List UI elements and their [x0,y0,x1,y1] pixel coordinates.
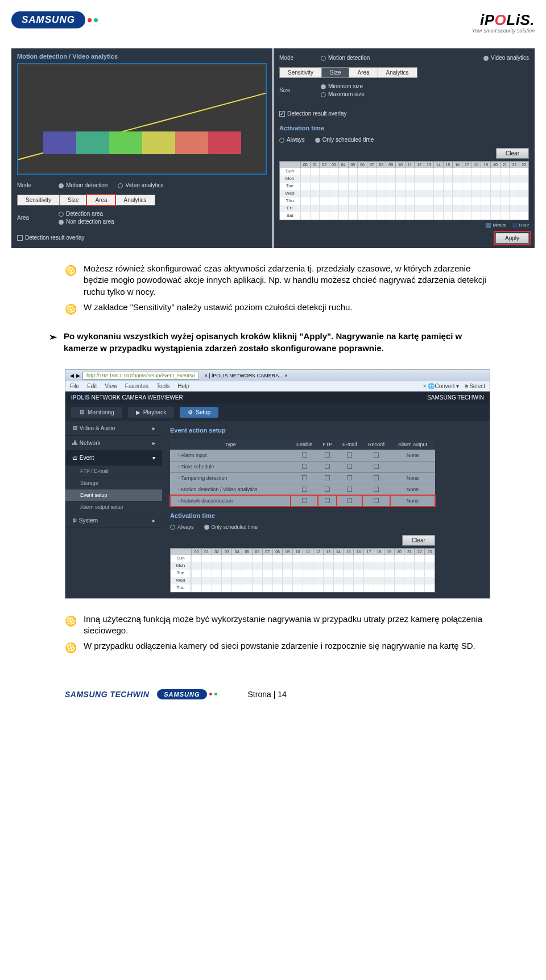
forward-icon[interactable]: ▶ [76,373,80,378]
tab-analytics[interactable]: Analytics [115,195,155,205]
radio-detection-area[interactable]: Detection area [59,211,114,217]
event-table: TypeEnableFTPE-mailRecordAlarm output › … [170,439,435,507]
browser-tab-title[interactable]: iPOLIS NETWORK CAMERA... [212,373,283,378]
checkbox-overlay[interactable]: Detection result overlay [17,234,267,241]
select-button[interactable]: Select [469,383,485,389]
page-footer: SAMSUNG TECHWIN SAMSUNG Strona | 14 [11,689,535,699]
clear-button[interactable]: Clear [402,535,435,546]
sidebar-item-video[interactable]: 🖥 Video & Audio▸ [65,421,162,436]
link-icon: ♋ [65,303,77,316]
menu-edit[interactable]: Edit [87,383,97,389]
tab-analytics[interactable]: Analytics [378,67,417,78]
menu-favorites[interactable]: Favorites [125,383,148,389]
schedule-grid[interactable]: 0001020304050607080910111213141516171819… [170,548,435,592]
menu-file[interactable]: File [70,383,79,389]
legend-hour-icon [512,223,518,228]
nav-playback[interactable]: ▶Playback [128,407,175,418]
url-field[interactable]: http://192.168.1.107/home/setup/event_ev… [82,372,199,380]
sidebar-item-network[interactable]: 🖧 Network▸ [65,436,162,451]
nav-monitoring[interactable]: 🖥Monitoring [71,407,122,418]
play-icon: ▶ [136,409,140,415]
arrow-block: ➢ Po wykonaniu wszystkich wyżej opisanyc… [49,331,490,354]
radio-always[interactable]: Always [279,137,305,143]
panel-motion-detection: Motion detection / Video analytics Mode … [11,48,272,248]
ipolis-logo: iPOLiS. Your smart security solution [471,11,535,34]
radio-scheduled[interactable]: Only scheduled time [204,524,258,530]
diag-line-icon [17,84,267,168]
ipolis-mid: O [495,11,507,28]
mode-label: Mode [17,182,48,188]
checkbox-overlay[interactable]: Detection result overlay [279,110,529,117]
link-icon: ♋ [65,641,77,654]
nav-setup[interactable]: ⚙Setup [180,407,218,418]
app-title-prefix: iPOLIS [71,394,90,401]
led-red-icon [209,693,212,695]
radio-motion-detection[interactable]: Motion detection [59,182,107,188]
page-number: Strona | 14 [248,690,287,699]
radio-video-analytics[interactable]: Video analytics [118,182,163,188]
sidebar-item-system[interactable]: ⚙ System▸ [65,513,162,528]
led-green-icon [214,693,217,695]
back-icon[interactable]: ◀ [70,373,74,378]
radio-video-analytics[interactable]: Video analytics [483,55,529,61]
body-text-2: ♋ Inną użyteczną funkcją może być wykorz… [11,613,535,655]
ipolis-suffix: LiS. [506,11,535,28]
link-icon: ♋ [65,615,77,637]
size-label: Size [279,87,311,93]
mode-label: Mode [279,55,311,61]
radio-non-detection-area[interactable]: Non detection area [59,219,114,225]
tabs-row: Sensitivity Size Area Analytics [279,67,529,78]
radio-always[interactable]: Always [170,524,194,530]
tab-sensitivity[interactable]: Sensitivity [17,195,59,205]
app-body: 🖥 Video & Audio▸ 🖧 Network▸ 🛎 Event▾ FTP… [65,421,490,598]
body-text: ♋ Możesz również skonfigurować czas akty… [11,263,535,355]
panel-mode-settings: Mode Motion detection Video analytics Se… [274,48,535,248]
radio-scheduled[interactable]: Only scheduled time [315,137,374,143]
convert-button[interactable]: Convert [435,383,454,389]
sidebar-sub-ftp[interactable]: FTP / E-mail [65,466,162,477]
tab-size[interactable]: Size [59,195,86,205]
menu-help[interactable]: Help [177,383,189,389]
sidebar: 🖥 Video & Audio▸ 🖧 Network▸ 🛎 Event▾ FTP… [65,421,162,598]
video-preview[interactable] [17,63,267,175]
radio-max-size[interactable]: Maximum size [321,91,365,97]
radio-motion-detection[interactable]: Motion detection [321,55,370,61]
content-panel: Event action setup TypeEnableFTPE-mailRe… [162,421,490,598]
bullet-3: ♋ Inną użyteczną funkcją może być wykorz… [65,613,490,637]
techwin-logo: SAMSUNG TECHWIN [65,690,149,699]
arrow-right-icon: ➢ [49,331,57,354]
screenshot-row-1: Motion detection / Video analytics Mode … [11,48,535,248]
browser-menubar: File Edit View Favorites Tools Help × 🌐C… [65,381,490,392]
test-chart-strip [43,131,241,154]
apply-button[interactable]: Apply [495,233,529,244]
app-title-rest: NETWORK CAMERA WEBVIEWER [90,394,183,401]
page-header: SAMSUNG iPOLiS. Your smart security solu… [11,11,535,34]
panel-title: Motion detection / Video analytics [17,53,267,60]
samsung-logo: SAMSUNG [11,11,98,28]
bullet-2: ♋ W zakładce "Sensitivity" należy ustawi… [65,302,490,316]
menu-tools[interactable]: Tools [156,383,169,389]
sidebar-sub-event-setup[interactable]: Event setup [65,489,162,501]
bullet-1: ♋ Możesz również skonfigurować czas akty… [65,263,490,298]
monitor-icon: 🖥 [79,409,85,415]
tab-sensitivity[interactable]: Sensitivity [279,67,321,78]
radio-min-size[interactable]: Minimum size [321,83,365,89]
samsung-wordmark: SAMSUNG [11,11,85,28]
screenshot-event-setup: ◀ ▶ http://192.168.1.107/home/setup/even… [65,369,490,599]
tab-area[interactable]: Area [349,67,377,78]
sidebar-sub-storage[interactable]: Storage [65,477,162,489]
clear-button[interactable]: Clear [496,148,529,159]
gear-icon: ⚙ [188,409,193,415]
tab-area[interactable]: Area [86,195,115,205]
chevron-right-icon: ▸ [152,425,155,431]
sidebar-sub-alarm-output[interactable]: Alarm output setup [65,501,162,513]
menu-view[interactable]: View [105,383,117,389]
chevron-right-icon: ▸ [152,517,155,524]
led-green-icon [94,18,98,22]
tab-size[interactable]: Size [321,67,349,78]
schedule-grid[interactable]: 0001020304050607080910111213141516171819… [279,161,529,220]
app-titlebar: iPOLIS NETWORK CAMERA WEBVIEWER SAMSUNG … [65,392,490,403]
ipolis-tagline: Your smart security solution [471,28,535,34]
sidebar-item-event[interactable]: 🛎 Event▾ [65,451,162,466]
led-red-icon [88,18,92,22]
